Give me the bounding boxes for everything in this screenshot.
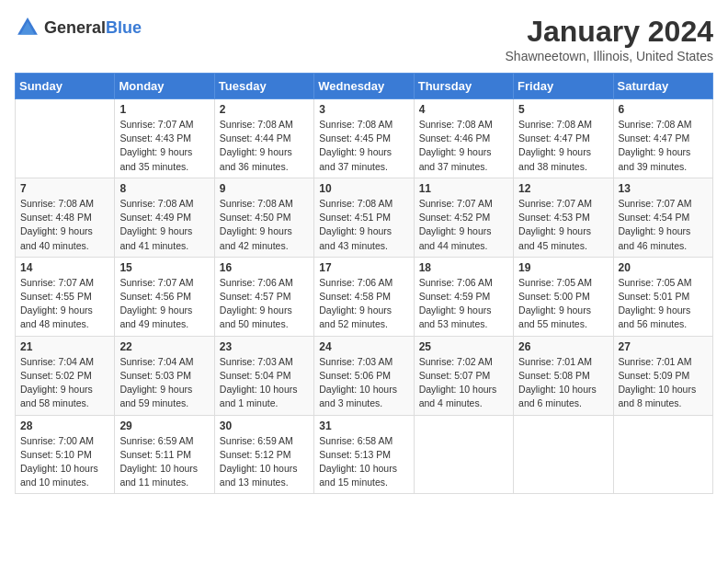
day-number: 9 bbox=[220, 182, 309, 195]
calendar-day-cell: 25Sunrise: 7:02 AMSunset: 5:07 PMDayligh… bbox=[414, 336, 513, 415]
day-number: 12 bbox=[518, 182, 608, 195]
calendar-day-cell: 5Sunrise: 7:08 AMSunset: 4:47 PMDaylight… bbox=[514, 99, 613, 178]
calendar-day-cell: 27Sunrise: 7:01 AMSunset: 5:09 PMDayligh… bbox=[613, 336, 712, 415]
day-info: Sunrise: 7:03 AMSunset: 5:06 PMDaylight:… bbox=[319, 355, 408, 411]
day-number: 1 bbox=[119, 103, 209, 116]
day-info: Sunrise: 7:08 AMSunset: 4:49 PMDaylight:… bbox=[119, 197, 209, 253]
day-info: Sunrise: 7:06 AMSunset: 4:57 PMDaylight:… bbox=[220, 276, 309, 332]
calendar-day-cell: 4Sunrise: 7:08 AMSunset: 4:46 PMDaylight… bbox=[414, 99, 513, 178]
day-of-week-header: Saturday bbox=[613, 74, 712, 99]
day-number: 16 bbox=[220, 261, 309, 274]
day-of-week-header: Sunday bbox=[16, 74, 115, 99]
day-info: Sunrise: 7:05 AMSunset: 5:01 PMDaylight:… bbox=[619, 276, 708, 332]
day-info: Sunrise: 7:08 AMSunset: 4:45 PMDaylight:… bbox=[319, 118, 408, 174]
calendar-day-cell bbox=[16, 99, 115, 178]
day-info: Sunrise: 7:07 AMSunset: 4:56 PMDaylight:… bbox=[119, 276, 209, 332]
calendar-week-row: 21Sunrise: 7:04 AMSunset: 5:02 PMDayligh… bbox=[16, 336, 713, 415]
calendar-day-cell: 17Sunrise: 7:06 AMSunset: 4:58 PMDayligh… bbox=[314, 257, 414, 336]
day-number: 27 bbox=[619, 340, 708, 353]
page-header: GeneralBlue January 2024 Shawneetown, Il… bbox=[15, 15, 713, 63]
day-of-week-header: Wednesday bbox=[314, 74, 414, 99]
day-number: 30 bbox=[220, 419, 309, 432]
day-number: 31 bbox=[319, 419, 408, 432]
day-number: 11 bbox=[419, 182, 508, 195]
day-number: 5 bbox=[518, 103, 608, 116]
day-info: Sunrise: 7:00 AMSunset: 5:10 PMDaylight:… bbox=[20, 434, 109, 490]
day-number: 28 bbox=[20, 419, 109, 432]
day-number: 14 bbox=[20, 261, 109, 274]
logo-blue-text: Blue bbox=[106, 18, 142, 37]
calendar-day-cell: 24Sunrise: 7:03 AMSunset: 5:06 PMDayligh… bbox=[314, 336, 414, 415]
calendar-day-cell: 22Sunrise: 7:04 AMSunset: 5:03 PMDayligh… bbox=[115, 336, 214, 415]
calendar-day-cell: 6Sunrise: 7:08 AMSunset: 4:47 PMDaylight… bbox=[613, 99, 712, 178]
day-info: Sunrise: 7:08 AMSunset: 4:48 PMDaylight:… bbox=[20, 197, 109, 253]
day-number: 18 bbox=[419, 261, 508, 274]
day-info: Sunrise: 6:59 AMSunset: 5:11 PMDaylight:… bbox=[119, 434, 209, 490]
calendar-week-row: 14Sunrise: 7:07 AMSunset: 4:55 PMDayligh… bbox=[16, 257, 713, 336]
calendar-day-cell: 1Sunrise: 7:07 AMSunset: 4:43 PMDaylight… bbox=[115, 99, 214, 178]
day-number: 23 bbox=[220, 340, 309, 353]
day-number: 7 bbox=[20, 182, 109, 195]
calendar-day-cell: 9Sunrise: 7:08 AMSunset: 4:50 PMDaylight… bbox=[214, 178, 313, 257]
calendar-day-cell: 18Sunrise: 7:06 AMSunset: 4:59 PMDayligh… bbox=[414, 257, 513, 336]
day-info: Sunrise: 7:08 AMSunset: 4:50 PMDaylight:… bbox=[220, 197, 309, 253]
day-number: 8 bbox=[119, 182, 209, 195]
day-number: 25 bbox=[419, 340, 508, 353]
day-of-week-header: Tuesday bbox=[214, 74, 313, 99]
calendar-header-row: SundayMondayTuesdayWednesdayThursdayFrid… bbox=[16, 74, 713, 99]
calendar-day-cell bbox=[514, 415, 613, 494]
calendar-day-cell: 31Sunrise: 6:58 AMSunset: 5:13 PMDayligh… bbox=[314, 415, 414, 494]
day-info: Sunrise: 7:04 AMSunset: 5:03 PMDaylight:… bbox=[119, 355, 209, 411]
calendar-day-cell: 21Sunrise: 7:04 AMSunset: 5:02 PMDayligh… bbox=[16, 336, 115, 415]
calendar-day-cell: 12Sunrise: 7:07 AMSunset: 4:53 PMDayligh… bbox=[514, 178, 613, 257]
day-number: 6 bbox=[619, 103, 708, 116]
day-number: 10 bbox=[319, 182, 408, 195]
day-number: 22 bbox=[119, 340, 209, 353]
day-info: Sunrise: 7:01 AMSunset: 5:08 PMDaylight:… bbox=[518, 355, 608, 411]
day-info: Sunrise: 7:02 AMSunset: 5:07 PMDaylight:… bbox=[419, 355, 508, 411]
day-of-week-header: Thursday bbox=[414, 74, 513, 99]
day-number: 13 bbox=[619, 182, 708, 195]
calendar-day-cell: 16Sunrise: 7:06 AMSunset: 4:57 PMDayligh… bbox=[214, 257, 313, 336]
day-info: Sunrise: 7:07 AMSunset: 4:52 PMDaylight:… bbox=[419, 197, 508, 253]
day-info: Sunrise: 7:07 AMSunset: 4:55 PMDaylight:… bbox=[20, 276, 109, 332]
calendar-day-cell: 29Sunrise: 6:59 AMSunset: 5:11 PMDayligh… bbox=[115, 415, 214, 494]
day-info: Sunrise: 6:59 AMSunset: 5:12 PMDaylight:… bbox=[220, 434, 309, 490]
calendar-day-cell: 15Sunrise: 7:07 AMSunset: 4:56 PMDayligh… bbox=[115, 257, 214, 336]
calendar-week-row: 28Sunrise: 7:00 AMSunset: 5:10 PMDayligh… bbox=[16, 415, 713, 494]
month-year-title: January 2024 bbox=[506, 15, 713, 49]
calendar-day-cell: 3Sunrise: 7:08 AMSunset: 4:45 PMDaylight… bbox=[314, 99, 414, 178]
calendar-day-cell: 19Sunrise: 7:05 AMSunset: 5:00 PMDayligh… bbox=[514, 257, 613, 336]
calendar-day-cell: 23Sunrise: 7:03 AMSunset: 5:04 PMDayligh… bbox=[214, 336, 313, 415]
logo: GeneralBlue bbox=[15, 15, 142, 40]
day-number: 3 bbox=[319, 103, 408, 116]
logo-icon bbox=[15, 15, 40, 40]
day-number: 17 bbox=[319, 261, 408, 274]
calendar-day-cell: 26Sunrise: 7:01 AMSunset: 5:08 PMDayligh… bbox=[514, 336, 613, 415]
day-number: 20 bbox=[619, 261, 708, 274]
day-info: Sunrise: 7:07 AMSunset: 4:53 PMDaylight:… bbox=[518, 197, 608, 253]
day-info: Sunrise: 7:08 AMSunset: 4:47 PMDaylight:… bbox=[518, 118, 608, 174]
day-info: Sunrise: 7:08 AMSunset: 4:44 PMDaylight:… bbox=[220, 118, 309, 174]
day-info: Sunrise: 7:08 AMSunset: 4:46 PMDaylight:… bbox=[419, 118, 508, 174]
day-of-week-header: Friday bbox=[514, 74, 613, 99]
day-info: Sunrise: 7:08 AMSunset: 4:51 PMDaylight:… bbox=[319, 197, 408, 253]
calendar-day-cell: 13Sunrise: 7:07 AMSunset: 4:54 PMDayligh… bbox=[613, 178, 712, 257]
calendar-day-cell bbox=[613, 415, 712, 494]
location-subtitle: Shawneetown, Illinois, United States bbox=[506, 49, 713, 63]
day-info: Sunrise: 7:04 AMSunset: 5:02 PMDaylight:… bbox=[20, 355, 109, 411]
calendar-day-cell: 7Sunrise: 7:08 AMSunset: 4:48 PMDaylight… bbox=[16, 178, 115, 257]
day-info: Sunrise: 7:03 AMSunset: 5:04 PMDaylight:… bbox=[220, 355, 309, 411]
calendar-day-cell bbox=[414, 415, 513, 494]
logo-general-text: General bbox=[44, 18, 106, 37]
day-info: Sunrise: 7:07 AMSunset: 4:54 PMDaylight:… bbox=[619, 197, 708, 253]
day-number: 19 bbox=[518, 261, 608, 274]
day-number: 21 bbox=[20, 340, 109, 353]
day-info: Sunrise: 7:05 AMSunset: 5:00 PMDaylight:… bbox=[518, 276, 608, 332]
calendar-day-cell: 8Sunrise: 7:08 AMSunset: 4:49 PMDaylight… bbox=[115, 178, 214, 257]
calendar-table: SundayMondayTuesdayWednesdayThursdayFrid… bbox=[15, 73, 713, 494]
day-of-week-header: Monday bbox=[115, 74, 214, 99]
day-info: Sunrise: 7:01 AMSunset: 5:09 PMDaylight:… bbox=[619, 355, 708, 411]
calendar-day-cell: 14Sunrise: 7:07 AMSunset: 4:55 PMDayligh… bbox=[16, 257, 115, 336]
day-info: Sunrise: 7:08 AMSunset: 4:47 PMDaylight:… bbox=[619, 118, 708, 174]
